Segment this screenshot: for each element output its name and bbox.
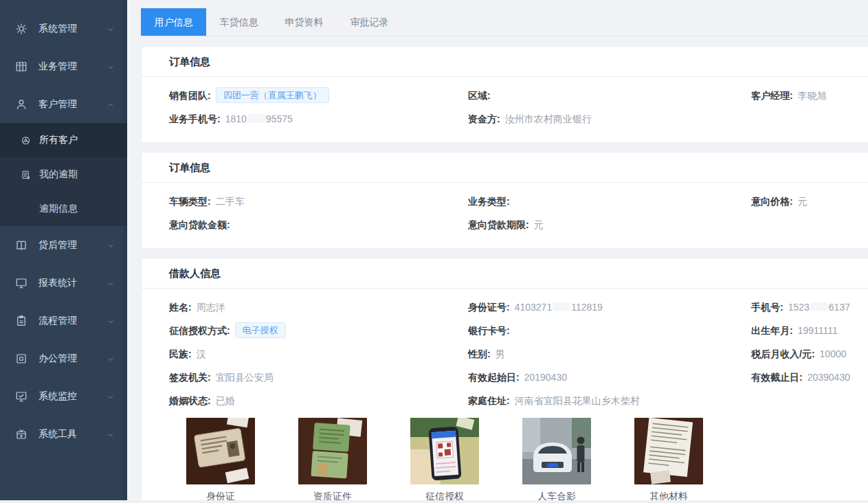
field-row: 车辆类型:二手车业务类型:意向价格:元 [169,190,868,213]
chevron-down-icon [107,430,115,438]
sidebar-item-business-management[interactable]: 业务管理 [0,47,127,85]
id-card-photo-thumbnail[interactable] [186,418,255,484]
tab-user-info[interactable]: 用户信息 [141,8,206,36]
field-label: 家庭住址: [468,395,510,406]
gear-icon [15,23,27,35]
photo-item: 身份证 [186,418,255,503]
photo-item: 资质证件 [298,418,367,503]
field-value: 李晓旭 [798,90,827,101]
square-icon [15,353,27,365]
field-label: 客户经理: [751,90,793,101]
masked-digits [810,302,828,311]
sidebar-item-label: 办公管理 [38,353,77,365]
field-label: 身份证号: [468,302,510,313]
sidebar-item-process-management[interactable]: 流程管理 [0,302,127,339]
field-value: 20190430 [524,372,567,383]
value-text: 112819 [571,302,603,313]
clipboard-icon [15,315,27,327]
field-row: 征信授权方式:电子授权银行卡号:出生年月:19911111 [169,319,868,342]
sidebar: 系统管理业务管理客户管理所有客户我的逾期逾期信息贷后管理报表统计流程管理办公管理… [0,0,127,503]
field: 意向贷款金额: [169,213,468,236]
monitor-icon [15,277,27,289]
chevron-down-icon [107,241,115,249]
card-title: 借款人信息 [142,258,868,289]
field-label: 销售团队: [169,90,211,101]
sidebar-item-label: 系统工具 [38,428,77,440]
masked-digits [247,114,265,123]
field-value: 20390430 [808,372,850,383]
field-label: 税后月收入/元: [751,348,815,359]
field-row: 民族:汉性别:男税后月收入/元:10000 [169,342,868,366]
field-row: 意向贷款金额:意向贷款期限:元 [169,213,868,236]
sidebar-item-label: 业务管理 [38,60,77,73]
field [751,213,868,236]
field: 婚姻状态:已婚 [169,389,468,412]
document-photos: 身份证资质证件征信授权人车合影其他材料 [186,418,868,503]
field-label: 意向贷款期限: [468,219,529,230]
field: 区域: [468,84,751,107]
field-label: 业务手机号: [169,113,221,124]
auth-method-badge: 电子授权 [235,322,286,338]
field-value: 汉 [197,348,206,359]
field-row: 销售团队:四团一营（直属王鹏飞）区域:客户经理:李晓旭 [169,84,868,107]
field-label: 意向贷款金额: [169,219,230,230]
sidebar-subitem-my-overdue[interactable]: 我的逾期 [0,157,127,192]
field: 有效截止日:20390430 [751,366,868,389]
card-body: 销售团队:四团一营（直属王鹏飞）区域:客户经理:李晓旭业务手机号:1810955… [142,77,868,142]
field-value: 181095575 [225,113,293,124]
sidebar-item-label: 流程管理 [38,315,77,327]
chevron-down-icon [107,63,115,71]
sidebar-item-label: 贷后管理 [38,239,77,252]
app-window: 系统管理业务管理客户管理所有客户我的逾期逾期信息贷后管理报表统计流程管理办公管理… [0,0,868,503]
card-title: 订单信息 [142,153,868,183]
content-area: 订单信息销售团队:四团一营（直属王鹏飞）区域:客户经理:李晓旭业务手机号:181… [141,36,868,503]
sidebar-item-system-management[interactable]: 系统管理 [0,10,127,47]
tab-loan-application-materials[interactable]: 申贷资料 [271,8,337,36]
field-value: 4103271112819 [515,302,603,313]
green-booklet-photo-thumbnail[interactable] [298,418,367,484]
main-panel: 用户信息车贷信息申贷资料审批记录 订单信息销售团队:四团一营（直属王鹏飞）区域:… [127,0,868,503]
field-label: 资金方: [468,113,500,124]
field: 业务手机号:181095575 [169,107,468,131]
wheel-icon [21,135,31,146]
card-body: 姓名:周志洋身份证号:4103271112819手机号:15236137征信授权… [142,289,868,503]
team-tag-link[interactable]: 四团一营（直属王鹏飞） [216,87,329,103]
sidebar-item-report-statistics[interactable]: 报表统计 [0,264,127,302]
chevron-down-icon [107,317,115,325]
field-label: 区域: [468,90,491,101]
field: 身份证号:4103271112819 [468,295,751,319]
book-icon [15,239,27,252]
field-label: 手机号: [751,302,783,313]
chevron-up-icon [107,100,115,109]
sidebar-subitem-label: 逾期信息 [39,203,78,215]
handwritten-doc-photo-thumbnail[interactable] [634,418,703,484]
sidebar-item-label: 系统监控 [38,390,77,403]
submenu-customer-management: 所有客户我的逾期逾期信息 [0,123,127,226]
field-value: 二手车 [216,196,245,207]
tab-approval-records[interactable]: 审批记录 [337,8,402,36]
field: 手机号:15236137 [751,295,868,319]
sidebar-item-system-monitor[interactable]: 系统监控 [0,377,127,415]
sidebar-item-system-tools[interactable]: 系统工具 [0,415,127,453]
field-label: 有效起始日: [468,372,520,383]
field-label: 有效截止日: [751,372,803,383]
person-car-photo-thumbnail[interactable] [522,418,591,484]
sidebar-item-customer-management[interactable]: 客户管理 [0,85,127,123]
phone-qr-photo-thumbnail[interactable] [410,418,479,484]
field [751,389,868,412]
field: 出生年月:19911111 [751,319,868,342]
field-value: 10000 [820,348,847,359]
field: 性别:男 [468,342,751,366]
sidebar-subitem-all-customers[interactable]: 所有客户 [0,123,127,157]
field-value: 宜阳县公安局 [216,372,274,383]
field: 客户经理:李晓旭 [751,84,868,107]
card-body: 车辆类型:二手车业务类型:意向价格:元意向贷款金额:意向贷款期限:元 [142,183,868,248]
field-value: 男 [496,348,505,359]
field-value: 元 [534,219,544,230]
sidebar-item-office-management[interactable]: 办公管理 [0,339,127,377]
sidebar-subitem-overdue-info[interactable]: 逾期信息 [0,192,127,226]
sidebar-item-post-loan-management[interactable]: 贷后管理 [0,226,127,264]
user-icon [15,98,27,111]
tab-car-loan-info[interactable]: 车贷信息 [206,8,271,36]
field: 征信授权方式:电子授权 [169,319,468,342]
